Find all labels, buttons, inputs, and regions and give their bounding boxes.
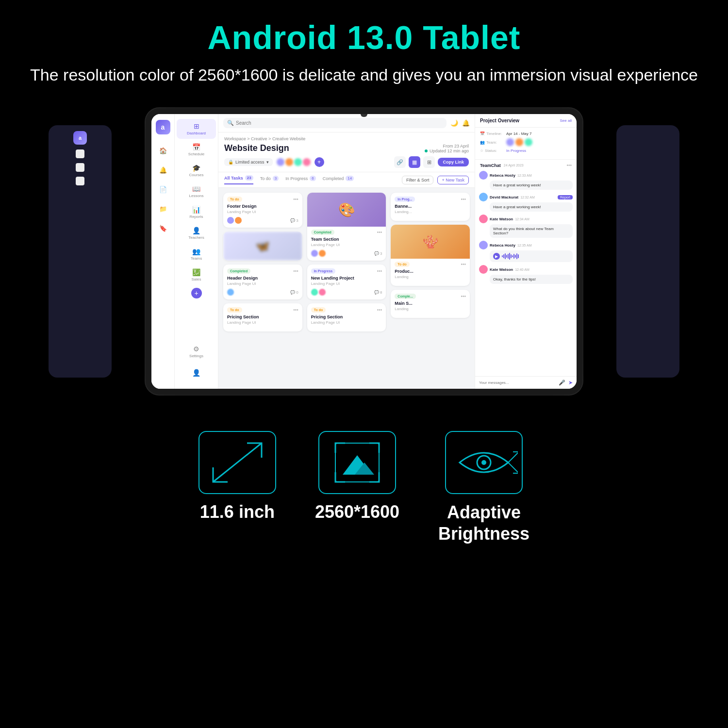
new-task-btn[interactable]: + New Task xyxy=(437,176,469,184)
link-icon[interactable]: 🔗 xyxy=(394,156,406,168)
chat-av-5 xyxy=(479,265,488,274)
sidebar-narrow-notification[interactable]: 🔔 xyxy=(157,164,169,176)
tab-in-progress[interactable]: In Progress 6 xyxy=(285,176,315,184)
card-menu-1[interactable]: ••• xyxy=(293,197,298,202)
screen-resolution-icon xyxy=(328,438,386,487)
sidebar-item-dashboard[interactable]: ⊞ Dashboard xyxy=(177,119,216,139)
chat-bubble-3: What do you think about new Team Section… xyxy=(490,224,573,238)
sidebar-add-btn[interactable]: + xyxy=(191,288,202,298)
sidebar-item-sales[interactable]: 💹 Sales xyxy=(177,265,216,285)
sidebar-narrow-doc[interactable]: 📄 xyxy=(157,183,169,196)
search-box[interactable]: 🔍 xyxy=(223,118,447,128)
sidebar-item-schedule[interactable]: 📅 Schedule xyxy=(177,140,216,160)
av xyxy=(227,289,234,296)
filter-sort-btn[interactable]: Filter & Sort xyxy=(402,176,434,184)
timeline-value: Apr 14 - May 7 xyxy=(506,132,531,136)
kanban-col-3: In Prog... ••• Banne... Landing... 🪸 xyxy=(391,193,470,384)
status-row: ☆ Status: In Progress xyxy=(480,149,572,153)
chat-input-icons: 🎤 ➤ xyxy=(559,380,573,386)
copy-link-btn[interactable]: Copy Link xyxy=(438,158,469,166)
project-title-row: Website Design From 23 April Updated 12 … xyxy=(224,143,469,153)
team-av-3 xyxy=(525,138,532,146)
right-panel-header: Project Overview See all xyxy=(475,114,577,128)
right-panel: Project Overview See all 📅 Timeline: Apr… xyxy=(475,114,577,389)
status-label: ☆ Status: xyxy=(480,149,503,153)
chat-av-1 xyxy=(479,171,488,180)
status-inprogress-2: In Prog... xyxy=(395,197,415,202)
moon-icon[interactable]: 🌙 xyxy=(450,119,458,127)
tab-all-tasks[interactable]: All Tasks 23 xyxy=(224,175,253,184)
card-menu-6[interactable]: ••• xyxy=(461,262,466,267)
card-comments-2: 💬0 xyxy=(290,290,298,295)
access-avatars xyxy=(277,158,311,166)
sidebar-item-lessons[interactable]: 📖 Lessons xyxy=(177,182,216,201)
sidebar-narrow-folder[interactable]: 📁 xyxy=(157,202,169,215)
sidebar-item-settings[interactable]: ⚙ Settings xyxy=(187,342,205,362)
sidebar-item-teams[interactable]: 👥 Teams xyxy=(177,244,216,264)
feature-brightness: AdaptiveBrightness xyxy=(438,431,529,544)
bg-panel-logo: a xyxy=(73,131,87,145)
card-menu-7[interactable]: ••• xyxy=(461,294,466,299)
chat-input[interactable] xyxy=(479,381,556,385)
add-member-btn[interactable]: + xyxy=(314,157,324,167)
play-btn[interactable]: ▶ xyxy=(493,253,500,260)
kanban-board: To do ••• Footer Design Landing Page UI xyxy=(218,188,475,389)
card-pricing-1: To do ••• Pricing Section Landing Page U… xyxy=(223,303,302,331)
teamchat-title: TeamChat xyxy=(480,163,501,168)
mic-icon[interactable]: 🎤 xyxy=(559,380,565,386)
card-menu-p1[interactable]: ••• xyxy=(293,307,298,313)
topbar-icons: 🌙 🔔 xyxy=(450,119,470,127)
sidebar-narrow-home[interactable]: 🏠 xyxy=(157,144,169,157)
card-menu-4[interactable]: ••• xyxy=(377,268,382,274)
report-badge: Report xyxy=(558,195,573,199)
see-all-btn[interactable]: See all xyxy=(560,118,572,123)
sidebar-bottom: ⚙ Settings 👤 xyxy=(175,342,218,384)
tablet-screen: a 🏠 🔔 📄 📁 🔖 ⊞ Dashboard 📅 Schedule 🎓 xyxy=(151,114,577,389)
send-icon[interactable]: ➤ xyxy=(568,380,573,386)
project-header: Workspace > Creative > Creative Website … xyxy=(218,132,475,172)
avatar-2 xyxy=(285,158,293,166)
sidebar-item-teachers[interactable]: 👤 Teachers xyxy=(177,223,216,243)
sidebar-narrow-bookmark[interactable]: 🔖 xyxy=(157,222,169,234)
hero-subtitle: The resolution color of 2560*1600 is del… xyxy=(10,64,718,87)
sidebar-item-reports[interactable]: 📊 Reports xyxy=(177,202,216,222)
teamchat-menu[interactable]: ••• xyxy=(566,163,572,168)
bell-icon[interactable]: 🔔 xyxy=(462,119,470,127)
feature-brightness-icon-box xyxy=(445,431,523,494)
app-logo: a xyxy=(156,120,170,134)
svg-line-7 xyxy=(508,463,518,472)
tab-completed[interactable]: Completed 14 xyxy=(323,176,354,184)
kanban-col-1: To do ••• Footer Design Landing Page UI xyxy=(223,193,302,384)
star-icon: ☆ xyxy=(480,149,483,153)
sidebar-item-courses[interactable]: 🎓 Courses xyxy=(177,161,216,181)
card-comments-4: 💬8 xyxy=(374,290,382,295)
bg-panel-right xyxy=(616,125,679,378)
card-footer-image: 🦋 xyxy=(223,232,302,261)
action-icons: 🔗 ▦ ⊞ Copy Link xyxy=(394,156,469,168)
card-new-landing: In Progress ••• New Landing Project Land… xyxy=(307,265,386,299)
timeline-label: 📅 Timeline: xyxy=(480,132,503,136)
timeline-row: 📅 Timeline: Apr 14 - May 7 xyxy=(480,132,572,136)
card-menu-3[interactable]: ••• xyxy=(377,230,382,235)
status-completed-3: Comple... xyxy=(395,294,416,299)
card-menu-p2[interactable]: ••• xyxy=(377,307,382,313)
card-avatars-3 xyxy=(311,250,326,257)
updated-status: Updated 12 min ago xyxy=(425,149,469,153)
chevron-down-icon: ▾ xyxy=(266,160,269,165)
tab-todo[interactable]: To do 3 xyxy=(260,176,279,184)
team-icon: 👥 xyxy=(480,140,485,145)
chat-msg-1: Rebeca Hosty 12:33 AM Have a great worki… xyxy=(479,171,573,190)
card-avatars-2 xyxy=(227,289,234,296)
table-icon[interactable]: ⊞ xyxy=(423,156,435,168)
access-row: 🔒 Limited access ▾ + xyxy=(224,156,469,168)
team-av-2 xyxy=(515,138,523,146)
task-tabs: All Tasks 23 To do 3 In Progress 6 Compl… xyxy=(218,172,475,188)
card-menu-2[interactable]: ••• xyxy=(293,268,298,274)
card-menu-5[interactable]: ••• xyxy=(461,197,466,202)
access-badge[interactable]: 🔒 Limited access ▾ xyxy=(224,158,273,166)
sidebar-item-user[interactable]: 👤 xyxy=(190,365,202,380)
grid-icon[interactable]: ▦ xyxy=(409,156,420,168)
search-input[interactable] xyxy=(236,120,298,126)
card-comments-3: 💬3 xyxy=(374,251,382,256)
chat-messages: Rebeca Hosty 12:33 AM Have a great worki… xyxy=(475,171,577,376)
